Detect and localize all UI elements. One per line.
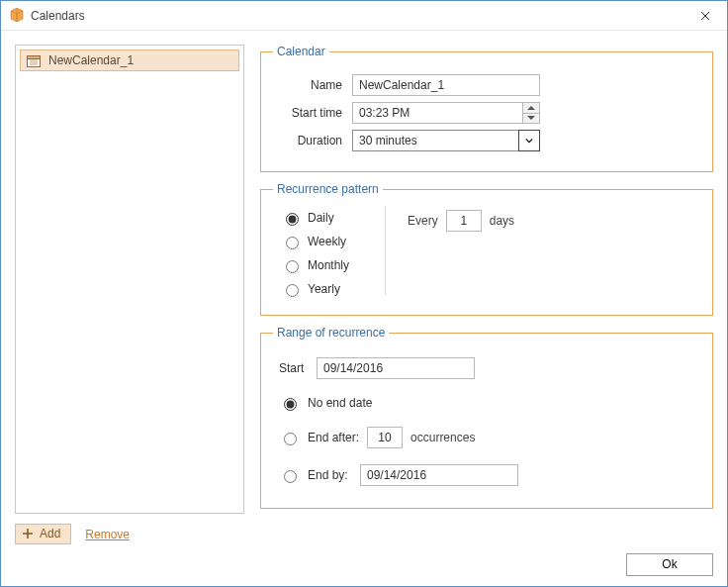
range-start-input[interactable]	[317, 357, 475, 379]
chevron-down-icon	[527, 116, 535, 120]
svg-rect-1	[28, 56, 41, 59]
close-button[interactable]	[683, 1, 727, 31]
calendar-legend: Calendar	[273, 45, 329, 58]
remove-link[interactable]: Remove	[85, 528, 130, 541]
plus-icon	[22, 528, 34, 539]
window-title: Calendars	[31, 9, 85, 23]
end-by-label[interactable]: End by:	[308, 468, 352, 482]
duration-dropdown-button[interactable]	[518, 130, 540, 151]
calendar-item-label: NewCalendar_1	[48, 53, 134, 67]
duration-label: Duration	[273, 134, 352, 147]
chevron-down-icon	[525, 138, 533, 144]
start-time-down-button[interactable]	[522, 113, 540, 125]
start-time-input[interactable]	[352, 102, 522, 124]
recurrence-yearly-label[interactable]: Yearly	[308, 282, 340, 296]
calendar-list-item[interactable]: NewCalendar_1	[20, 49, 239, 71]
every-input[interactable]	[446, 210, 482, 232]
calendar-group: Calendar Name Start time Duration	[260, 45, 713, 172]
recurrence-daily-radio[interactable]	[286, 213, 299, 226]
no-end-date-radio[interactable]	[284, 398, 297, 411]
every-unit: days	[490, 214, 514, 228]
end-by-radio[interactable]	[284, 470, 297, 483]
end-after-radio[interactable]	[284, 433, 297, 445]
calendar-icon	[27, 53, 41, 67]
start-time-up-button[interactable]	[522, 102, 540, 113]
range-legend: Range of recurrence	[273, 326, 389, 340]
add-button[interactable]: Add	[15, 524, 71, 544]
ok-button[interactable]: Ok	[626, 553, 713, 576]
chevron-up-icon	[527, 106, 535, 110]
app-icon	[9, 8, 25, 24]
recurrence-weekly-label[interactable]: Weekly	[308, 235, 346, 248]
name-label: Name	[273, 78, 352, 92]
titlebar: Calendars	[1, 1, 727, 31]
close-icon	[700, 11, 710, 21]
recurrence-yearly-radio[interactable]	[286, 284, 299, 297]
end-after-label[interactable]: End after:	[308, 431, 359, 444]
recurrence-daily-label[interactable]: Daily	[308, 211, 334, 225]
end-after-unit: occurrences	[410, 431, 475, 444]
add-button-label: Add	[40, 527, 60, 540]
end-after-input[interactable]	[367, 427, 403, 448]
start-time-label: Start time	[273, 106, 352, 120]
name-input[interactable]	[352, 74, 540, 96]
range-group: Range of recurrence Start No end date En…	[260, 326, 713, 509]
recurrence-monthly-label[interactable]: Monthly	[308, 258, 349, 272]
right-panel: Calendar Name Start time Duration	[260, 45, 713, 544]
range-start-label: Start	[279, 361, 309, 375]
start-time-spinner[interactable]	[352, 102, 540, 124]
no-end-date-label[interactable]: No end date	[308, 396, 372, 410]
recurrence-group: Recurrence pattern Daily Weekly Monthly	[260, 182, 713, 316]
recurrence-weekly-radio[interactable]	[286, 237, 299, 249]
recurrence-legend: Recurrence pattern	[273, 182, 383, 196]
duration-input[interactable]	[352, 130, 518, 151]
left-panel: NewCalendar_1 Add Remove	[15, 45, 244, 544]
calendar-list[interactable]: NewCalendar_1	[15, 45, 244, 514]
duration-select[interactable]	[352, 130, 540, 151]
every-label: Every	[408, 214, 438, 228]
recurrence-monthly-radio[interactable]	[286, 260, 299, 273]
end-by-input[interactable]	[360, 464, 518, 486]
footer: Ok	[1, 552, 727, 586]
